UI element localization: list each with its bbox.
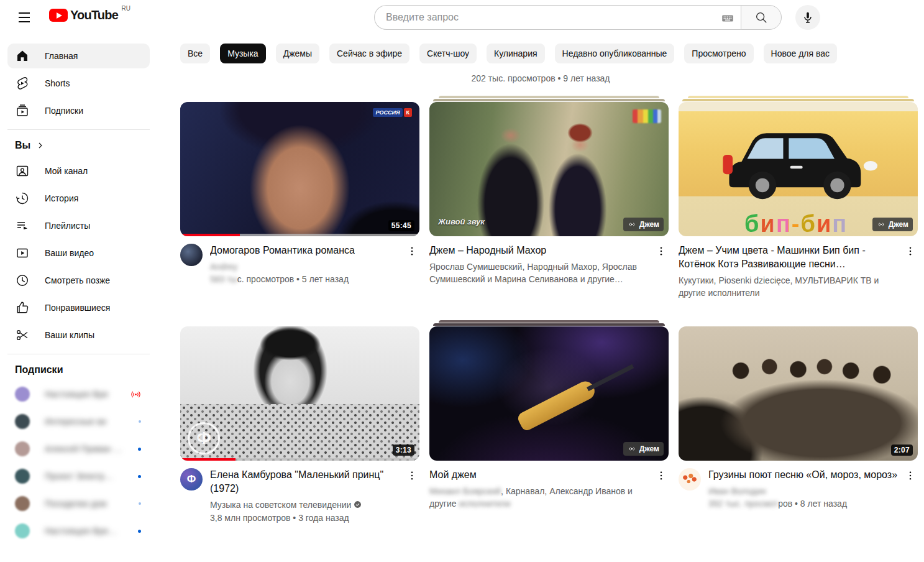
rossiya-logo-text: РОССИЯ <box>373 108 402 117</box>
video-thumbnail[interactable]: Ф 3:13 <box>180 326 419 461</box>
channel-avatar[interactable]: Ф <box>180 468 203 491</box>
main-content: Все Музыка Джемы Сейчас в эфире Скетч-шо… <box>157 35 924 524</box>
video-info: Джем – Учим цвета - Машинки Бип бип - Ко… <box>679 244 900 299</box>
video-title[interactable]: Домогаров Романтика романса <box>210 244 355 257</box>
video-details: Джем – Учим цвета - Машинки Бип бип - Ко… <box>679 244 918 299</box>
channel-avatar <box>15 387 30 402</box>
channel-name-blurred: Настоящее Вре <box>45 389 108 399</box>
subscription-channel[interactable]: Настоящее Вре <box>7 382 150 407</box>
watch-progress-bar <box>180 458 419 461</box>
channel-avatar <box>15 414 30 429</box>
video-thumbnail[interactable]: Живой звук Джем <box>429 102 669 236</box>
sidebar-item-history[interactable]: История <box>7 186 150 211</box>
keyboard-icon[interactable] <box>721 11 734 27</box>
tv-logo-watermark: Ф <box>188 422 220 454</box>
video-meta: 392 тыс. просмотров • 8 лет назад <box>708 497 897 510</box>
watch-later-icon <box>15 273 30 288</box>
sidebar-item-label: Подписки <box>45 106 83 116</box>
mix-stack <box>679 96 918 101</box>
jam-badge: Джем <box>872 218 913 231</box>
sidebar-item-your-clips[interactable]: Ваши клипы <box>7 323 150 348</box>
channel-avatar[interactable] <box>679 468 701 491</box>
thumbnail-caption: Живой звук <box>438 217 485 226</box>
mix-stack <box>429 96 669 101</box>
voice-search-button[interactable] <box>795 5 820 30</box>
subscription-channel[interactable]: Настоящее Вре… <box>7 518 150 543</box>
chip-recently-uploaded[interactable]: Недавно опубликованные <box>555 44 675 63</box>
sidebar-item-subscriptions[interactable]: Подписки <box>7 98 150 123</box>
video-info: Елена Камбурова "Маленький принц" (1972)… <box>210 468 402 524</box>
watch-progress-bar <box>180 234 419 236</box>
chip-cooking[interactable]: Кулинария <box>487 44 545 63</box>
sidebar-item-your-videos[interactable]: Ваши видео <box>7 241 150 265</box>
channel-avatar[interactable] <box>180 244 203 266</box>
video-info: Домогаров Романтика романса Andrey 583 т… <box>210 244 355 285</box>
sidebar-item-watch-later[interactable]: Смотреть позже <box>7 268 150 293</box>
you-section-title: Вы <box>15 140 30 151</box>
chip-jams[interactable]: Джемы <box>276 44 319 63</box>
sidebar-item-shorts[interactable]: Shorts <box>7 71 150 96</box>
video-card: Живой звук Джем Джем – Народный Махор Яр… <box>429 102 669 299</box>
chip-new-to-you[interactable]: Новое для вас <box>764 44 838 63</box>
chip-watched[interactable]: Просмотрено <box>684 44 753 63</box>
sidebar-item-label: Мой канал <box>45 166 88 176</box>
subscription-channel[interactable]: Проект Электр… <box>7 464 150 489</box>
video-thumbnail[interactable]: РОССИЯ К 55:45 <box>180 102 419 236</box>
channel-name-blurred: Andrey <box>210 262 237 272</box>
avatar-glyph: Ф <box>187 473 196 486</box>
video-title[interactable]: Мой джем <box>429 468 651 482</box>
video-title[interactable]: Елена Камбурова "Маленький принц" (1972) <box>210 468 402 495</box>
views-and-age: с. просмотров • 5 лет назад <box>237 274 349 284</box>
chip-live[interactable]: Сейчас в эфире <box>329 44 409 63</box>
video-details: Мой джем Михаил Боярский, Карнавал, Алек… <box>429 468 669 510</box>
sidebar-item-my-channel[interactable]: Мой канал <box>7 159 150 183</box>
channel-avatar <box>15 496 30 511</box>
subscription-channel[interactable]: Алексей Приван … <box>7 436 150 461</box>
hamburger-menu-icon[interactable] <box>12 5 37 30</box>
video-card: бип-бип Джем Джем – Учим цвета - Машинки… <box>679 102 918 299</box>
channel-name[interactable]: Иван Володин <box>708 485 897 497</box>
search-input[interactable] <box>385 11 708 24</box>
channel-name-blurred: Настоящее Вре… <box>45 526 117 536</box>
channel-name[interactable]: Andrey <box>210 260 355 273</box>
video-thumbnail[interactable]: Джем <box>429 326 669 461</box>
channel-name[interactable]: Музыка на советском телевидении <box>210 499 402 512</box>
artists-byline[interactable]: Михаил Боярский, Карнавал, Александр Ива… <box>429 485 651 510</box>
video-title[interactable]: Джем – Народный Махор <box>429 244 651 257</box>
channel-name-text: Музыка на советском телевидении <box>210 500 351 510</box>
sidebar-you-section[interactable]: Вы <box>7 139 150 159</box>
kebab-menu-icon[interactable] <box>405 468 419 483</box>
youtube-logo[interactable]: YouTube RU <box>49 8 118 22</box>
kebab-menu-icon[interactable] <box>654 468 669 483</box>
channel-name-blurred: Проект Электр… <box>45 471 113 481</box>
subscription-channel[interactable]: Посиделки дом <box>7 491 150 516</box>
kebab-menu-icon[interactable] <box>654 244 669 259</box>
video-thumbnail[interactable]: 2:07 <box>679 326 918 461</box>
channel-avatar <box>15 441 30 456</box>
sidebar-item-label: Понравившиеся <box>45 303 110 313</box>
sidebar-item-liked-videos[interactable]: Понравившиеся <box>7 295 150 320</box>
video-title[interactable]: Грузины поют песню «Ой, мороз, мороз» <box>708 468 897 482</box>
search-button[interactable] <box>741 5 782 30</box>
sidebar-item-playlists[interactable]: Плейлисты <box>7 213 150 238</box>
chip-music[interactable]: Музыка <box>220 44 266 63</box>
video-thumbnail[interactable]: бип-бип Джем <box>679 102 918 236</box>
kebab-menu-icon[interactable] <box>903 468 918 483</box>
artists-byline[interactable]: Кукутики, Piosenki dziecięce, МУЛЬТИВАРИ… <box>679 274 900 299</box>
chip-all[interactable]: Все <box>180 44 210 63</box>
video-info: Грузины поют песню «Ой, мороз, мороз» Ив… <box>708 468 897 510</box>
artists-byline[interactable]: Ярослав Сумишевский, Народный Махор, Яро… <box>429 260 651 285</box>
chip-sketch-shows[interactable]: Скетч-шоу <box>419 44 477 63</box>
duration-badge: 2:07 <box>891 445 913 456</box>
video-title[interactable]: Джем – Учим цвета - Машинки Бип бип - Ко… <box>679 244 900 271</box>
kebab-menu-icon[interactable] <box>903 244 918 259</box>
sidebar-item-label: Ваши видео <box>45 248 94 258</box>
shorts-icon <box>15 76 30 91</box>
account-box-icon <box>15 164 30 178</box>
sidebar-item-home[interactable]: Главная <box>7 44 150 68</box>
kebab-menu-icon[interactable] <box>405 244 419 259</box>
thumbs-up-icon <box>15 300 30 315</box>
subscription-channel[interactable]: Интересные ви <box>7 409 150 434</box>
channel-avatar <box>15 523 30 538</box>
tv-channel-logo <box>633 109 661 123</box>
